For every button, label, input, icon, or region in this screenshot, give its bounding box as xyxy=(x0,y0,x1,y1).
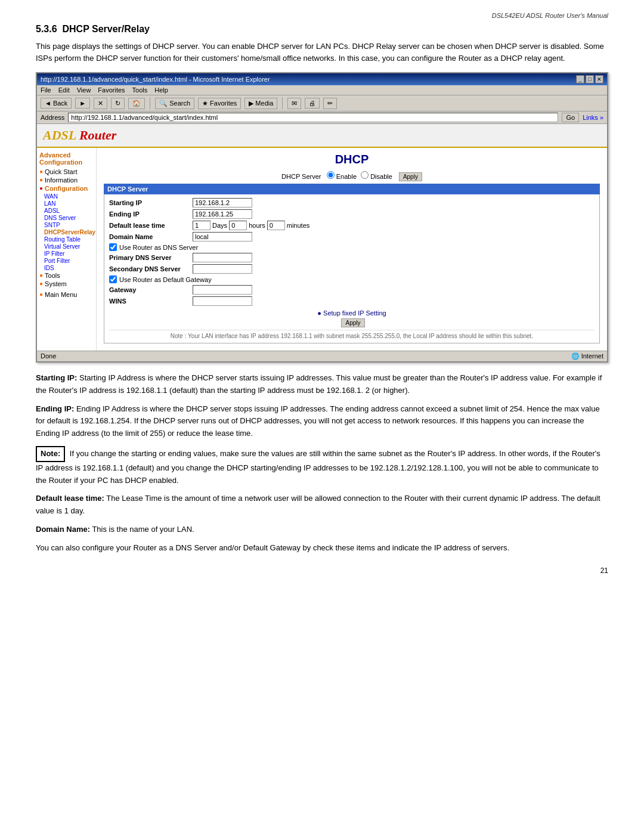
sidebar-item-quickstart[interactable]: ● Quick Start xyxy=(39,168,94,175)
sidebar-item-dns[interactable]: DNS Server xyxy=(39,215,94,221)
gateway-checkbox[interactable] xyxy=(109,275,117,283)
domain-name-body: This is the name of your LAN. xyxy=(92,525,194,534)
apply-top-button[interactable]: Apply xyxy=(399,172,422,181)
search-button[interactable]: 🔍 Search xyxy=(155,98,194,109)
home-button[interactable]: 🏠 xyxy=(128,98,145,109)
default-lease-term: Default lease time: xyxy=(36,494,104,503)
menu-edit[interactable]: Edit xyxy=(58,86,70,94)
sidebar-item-virtual-server[interactable]: Virtual Server xyxy=(39,243,94,250)
gateway-input[interactable] xyxy=(193,285,252,295)
menu-favorites[interactable]: Favorites xyxy=(98,86,125,94)
sub-label-adsl: ADSL xyxy=(44,208,60,214)
sidebar-item-port-filter[interactable]: Port Filter xyxy=(39,258,94,264)
starting-ip-input[interactable] xyxy=(193,198,252,208)
titlebar-buttons: _ □ ✕ xyxy=(576,75,603,83)
secondary-dns-input[interactable] xyxy=(193,264,252,274)
back-button[interactable]: ◄ Back xyxy=(41,98,72,109)
starting-ip-label: Starting IP xyxy=(109,199,193,206)
sidebar-item-adsl[interactable]: ADSL xyxy=(39,208,94,214)
bullet-icon: ● xyxy=(39,272,43,278)
default-lease-paragraph: Default lease time: The Lease Time is th… xyxy=(36,493,608,518)
browser-title: http://192.168.1.1/advanced/quick_start/… xyxy=(41,76,270,83)
sidebar-label-system: System xyxy=(45,280,67,287)
toolbar-separator2 xyxy=(282,97,283,109)
default-lease-body: The Lease Time is the amount of time a n… xyxy=(36,494,600,515)
maximize-button[interactable]: □ xyxy=(586,75,594,83)
refresh-button[interactable]: ↻ xyxy=(111,98,125,109)
print-button[interactable]: 🖨 xyxy=(305,98,320,109)
router-page: ADSL Router AdvancedConfiguration ● Quic… xyxy=(37,124,607,361)
menu-view[interactable]: View xyxy=(77,86,91,94)
mail-button[interactable]: ✉ xyxy=(287,98,301,109)
favorites-button[interactable]: ★ Favorites xyxy=(198,98,241,109)
apply-bottom-row: Apply xyxy=(109,318,595,327)
minimize-button[interactable]: _ xyxy=(576,75,584,83)
circle-icon: ● xyxy=(317,309,321,317)
logo-router: Router xyxy=(76,128,116,143)
globe-icon: 🌐 xyxy=(571,352,580,360)
ending-ip-body: Ending IP Address is where the DHCP serv… xyxy=(36,404,600,438)
sidebar-item-lan[interactable]: LAN xyxy=(39,200,94,207)
enable-radio[interactable] xyxy=(327,171,335,179)
gateway-row: Gateway xyxy=(109,285,595,295)
domain-name-input[interactable] xyxy=(193,232,252,241)
page-title: DHCP xyxy=(104,153,600,166)
sidebar-item-system[interactable]: ● System xyxy=(39,280,94,287)
ending-ip-paragraph: Ending IP: Ending IP Address is where th… xyxy=(36,403,608,440)
sidebar-label-information: Information xyxy=(45,176,78,184)
sidebar-item-main-menu[interactable]: ● Main Menu xyxy=(39,291,94,298)
sidebar-item-ip-filter[interactable]: IP Filter xyxy=(39,250,94,257)
setup-fixed-anchor[interactable]: Setup fixed IP Setting xyxy=(323,309,386,317)
primary-dns-label: Primary DNS Server xyxy=(109,254,193,261)
sidebar-item-information[interactable]: ● Information xyxy=(39,176,94,184)
lease-minutes-input[interactable] xyxy=(267,221,285,230)
router-body: AdvancedConfiguration ● Quick Start ● In… xyxy=(37,148,607,351)
sidebar-item-configuration[interactable]: ● Configuration xyxy=(39,185,94,192)
links-button[interactable]: Links » xyxy=(583,114,603,121)
menu-tools[interactable]: Tools xyxy=(132,86,148,94)
dns-server-checkbox[interactable] xyxy=(109,243,117,251)
setup-fixed-link[interactable]: ● Setup fixed IP Setting xyxy=(109,309,595,317)
lease-hours-input[interactable] xyxy=(229,221,247,230)
sub-label-virtual-server: Virtual Server xyxy=(44,243,80,250)
sidebar-item-ids[interactable]: IDS xyxy=(39,265,94,271)
address-label: Address xyxy=(41,114,64,121)
media-button[interactable]: ▶ Media xyxy=(244,98,277,109)
wins-input[interactable] xyxy=(193,296,252,306)
sidebar-label-main-menu: Main Menu xyxy=(45,291,77,298)
domain-name-term: Domain Name: xyxy=(36,525,90,534)
dns-gateway-paragraph: You can also configure your Router as a … xyxy=(36,542,608,555)
lease-time-row: Default lease time Days hours minutes xyxy=(109,221,595,230)
sidebar: AdvancedConfiguration ● Quick Start ● In… xyxy=(37,148,97,351)
go-button[interactable]: Go xyxy=(562,113,579,122)
ending-ip-input[interactable] xyxy=(193,209,252,219)
edit-button[interactable]: ✏ xyxy=(323,98,337,109)
address-input[interactable] xyxy=(68,113,558,122)
disable-radio[interactable] xyxy=(361,171,369,179)
primary-dns-input[interactable] xyxy=(193,253,252,262)
menu-help[interactable]: Help xyxy=(154,86,168,94)
doc-section: Starting IP: Starting IP Address is wher… xyxy=(36,372,608,555)
sidebar-item-sntp[interactable]: SNTP xyxy=(39,222,94,228)
sidebar-item-dhcp-relay[interactable]: DHCPServerRelay xyxy=(39,229,94,236)
lease-days-input[interactable] xyxy=(193,221,210,230)
ending-ip-label: Ending IP xyxy=(109,210,193,218)
domain-name-label: Domain Name xyxy=(109,233,193,240)
close-button[interactable]: ✕ xyxy=(595,75,603,83)
disable-label: Disable xyxy=(370,173,392,180)
apply-bottom-button[interactable]: Apply xyxy=(341,318,364,327)
sub-label-lan: LAN xyxy=(44,200,55,207)
browser-menubar: File Edit View Favorites Tools Help xyxy=(37,85,607,95)
sidebar-item-tools[interactable]: ● Tools xyxy=(39,272,94,279)
lease-time-label: Default lease time xyxy=(109,222,193,229)
manual-title: DSL542EU ADSL Router User's Manual xyxy=(36,12,608,19)
sidebar-item-wan[interactable]: WAN xyxy=(39,193,94,200)
sidebar-item-routing[interactable]: Routing Table xyxy=(39,236,94,243)
bullet-icon: ● xyxy=(39,280,43,287)
browser-toolbar: ◄ Back ► ✕ ↻ 🏠 🔍 Search ★ Favorites ▶ Me… xyxy=(37,95,607,112)
page-number: 21 xyxy=(36,566,608,575)
stop-button[interactable]: ✕ xyxy=(94,98,107,109)
gateway-label: Gateway xyxy=(109,286,193,293)
menu-file[interactable]: File xyxy=(41,86,51,94)
forward-button[interactable]: ► xyxy=(75,98,90,109)
